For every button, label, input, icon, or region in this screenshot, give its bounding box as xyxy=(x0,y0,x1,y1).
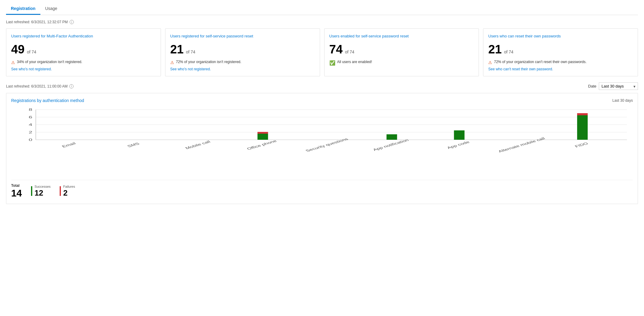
card-can-reset: Users who can reset their own passwords … xyxy=(483,28,638,76)
chart-date-label: Last 30 days xyxy=(612,98,633,103)
warning-icon-sspr: ⚠ xyxy=(170,60,174,65)
bar-appcode-success xyxy=(454,130,464,140)
card-sspr-warning: ⚠ 72% of your organization isn't registe… xyxy=(170,60,315,65)
xlabel-appcode: App code xyxy=(446,140,471,150)
chart-title: Registrations by authentication method xyxy=(11,98,84,103)
failure-number: 2 xyxy=(63,188,75,198)
y-label-4: 4 xyxy=(29,123,32,126)
card-enabled-count-row: 74 of 74 xyxy=(329,43,474,56)
card-enabled-success-text: All users are enabled! xyxy=(337,60,372,64)
legend-bar-success xyxy=(31,186,32,196)
tab-usage[interactable]: Usage xyxy=(40,3,62,15)
refresh-line-2: Last refreshed: 6/3/2021, 11:00:00 AM i xyxy=(6,84,74,88)
xlabel-officephone: Office phone xyxy=(246,139,278,151)
card-can-reset-warning-text: 72% of your organization can't reset the… xyxy=(494,60,586,64)
refresh-timestamp-2: Last refreshed: 6/3/2021, 11:00:00 AM xyxy=(6,84,68,88)
y-label-8: 8 xyxy=(29,108,32,111)
date-filter-area: Date Last 7 days Last 30 days Last 90 da… xyxy=(588,82,638,90)
card-mfa-title: Users registered for Multi-Factor Authen… xyxy=(11,34,156,39)
bar-office-success xyxy=(257,134,268,140)
success-icon-enabled: ✅ xyxy=(329,60,335,66)
card-can-reset-warning: ⚠ 72% of your organization can't reset t… xyxy=(488,60,633,65)
summary-cards: Users registered for Multi-Factor Authen… xyxy=(6,28,638,76)
total-label: Total xyxy=(11,184,20,188)
card-sspr-of: of 74 xyxy=(186,49,195,54)
card-sspr-warning-text: 72% of your organization isn't registere… xyxy=(176,60,241,64)
bar-appnotif-success xyxy=(387,134,397,140)
card-can-reset-title: Users who can reset their own passwords xyxy=(488,34,633,39)
card-mfa-warning-text: 34% of your organization isn't registere… xyxy=(17,60,82,64)
chart-section: Registrations by authentication method L… xyxy=(6,93,638,204)
y-label-2: 2 xyxy=(29,130,32,134)
info-icon-2[interactable]: i xyxy=(69,84,74,88)
bar-fido-success xyxy=(577,115,588,140)
bar-office-failure xyxy=(257,132,268,134)
legend-bar-failure xyxy=(60,186,61,196)
xlabel-appnotif: App notification xyxy=(372,138,410,152)
warning-icon-can-reset: ⚠ xyxy=(488,60,492,65)
card-can-reset-count-row: 21 of 74 xyxy=(488,43,633,56)
legend-successes: Successes 12 xyxy=(31,185,51,198)
tab-registration[interactable]: Registration xyxy=(6,3,40,15)
card-can-reset-link[interactable]: See who can't reset their own password. xyxy=(488,67,553,71)
card-mfa-count: 49 xyxy=(11,43,25,56)
xlabel-sms: SMS xyxy=(126,142,140,148)
card-mfa-warning: ⚠ 34% of your organization isn't registe… xyxy=(11,60,156,65)
legend-failures: Failures 2 xyxy=(60,185,75,198)
refresh-line-1: Last refreshed: 6/3/2021, 12:32:07 PM i xyxy=(6,20,638,24)
card-mfa-link[interactable]: See who's not registered. xyxy=(11,67,52,71)
card-enabled-of: of 74 xyxy=(345,49,354,54)
total-block: Total 14 xyxy=(11,183,22,199)
card-mfa: Users registered for Multi-Factor Authen… xyxy=(6,28,161,76)
date-select-wrapper[interactable]: Last 7 days Last 30 days Last 90 days xyxy=(599,82,638,90)
card-enabled-success: ✅ All users are enabled! xyxy=(329,60,474,66)
bar-fido-failure xyxy=(577,113,588,115)
total-number: 14 xyxy=(11,188,22,199)
card-can-reset-count: 21 xyxy=(488,43,502,56)
card-sspr-count: 21 xyxy=(170,43,184,56)
card-mfa-of: of 74 xyxy=(27,49,36,54)
xlabel-mobilecall: Mobile call xyxy=(184,140,211,150)
success-number: 12 xyxy=(35,188,51,198)
tabs-container: Registration Usage xyxy=(6,3,638,15)
card-sspr-link[interactable]: See who's not registered. xyxy=(170,67,211,71)
refresh-timestamp-1: Last refreshed: 6/3/2021, 12:32:07 PM xyxy=(6,20,68,24)
card-mfa-count-row: 49 of 74 xyxy=(11,43,156,56)
info-icon-1[interactable]: i xyxy=(70,20,74,24)
xlabel-email: Email xyxy=(61,142,77,148)
bar-chart-svg: 8 6 4 2 0 xyxy=(11,107,633,176)
card-enabled-title: Users enabled for self-service password … xyxy=(329,34,474,39)
card-sspr-title: Users registered for self-service passwo… xyxy=(170,34,315,39)
legend-success-info: Successes 12 xyxy=(35,185,51,198)
success-label: Successes xyxy=(35,185,51,188)
xlabel-fido: FIDO xyxy=(574,142,589,148)
xlabel-securityq: Security questions xyxy=(304,137,349,152)
legend-failure-info: Failures 2 xyxy=(63,185,75,198)
y-label-6: 6 xyxy=(29,115,32,119)
card-enabled: Users enabled for self-service password … xyxy=(324,28,479,76)
xlabel-altmobile: Alternate mobile call xyxy=(497,137,546,153)
date-select[interactable]: Last 7 days Last 30 days Last 90 days xyxy=(599,82,638,90)
page: Registration Usage Last refreshed: 6/3/2… xyxy=(0,0,644,213)
card-sspr: Users registered for self-service passwo… xyxy=(165,28,320,76)
card-sspr-count-row: 21 of 74 xyxy=(170,43,315,56)
warning-icon-mfa: ⚠ xyxy=(11,60,15,65)
card-enabled-count: 74 xyxy=(329,43,343,56)
failure-label: Failures xyxy=(63,185,75,188)
card-can-reset-of: of 74 xyxy=(504,49,513,54)
chart-header: Registrations by authentication method L… xyxy=(11,98,633,103)
date-filter-label: Date xyxy=(588,84,596,88)
y-label-0: 0 xyxy=(29,138,32,142)
